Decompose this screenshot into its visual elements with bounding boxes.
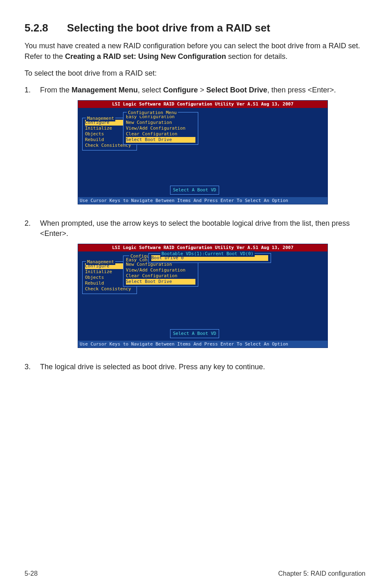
page-footer: 5-28 Chapter 5: RAID configuration [25, 569, 365, 578]
menu-item-view-add-configuration[interactable]: View/Add Configuration [126, 126, 195, 131]
section-heading: 5.2.8Selecting the boot drive from a RAI… [25, 20, 365, 35]
step-number: 1. [25, 85, 40, 213]
step-2: 2. When prompted, use the arrow keys to … [25, 218, 365, 357]
management-menu-title: Management [86, 115, 115, 121]
terminal-body: Management Configure Initialize Objects … [78, 251, 327, 341]
terminal-body: Management Configure Initialize Objects … [78, 108, 327, 197]
bootable-vds-panel: Bootable VDs(1):Current Boot VD(0) Boot … [148, 253, 271, 263]
menu-item-check-consistency[interactable]: Check Consistency [85, 286, 134, 292]
section-number: 5.2.8 [25, 20, 48, 35]
menu-item-clear-configuration[interactable]: Clear Configuration [126, 131, 195, 137]
menu-item-select-boot-drive[interactable]: Select Boot Drive [126, 137, 195, 143]
menu-path-2: Select Boot Drive [206, 86, 267, 94]
step-body: The logical drive is selected as boot dr… [40, 362, 365, 372]
step-body: From the Management Menu, select Configu… [40, 85, 365, 213]
menu-path-1: Configure [163, 86, 198, 94]
intro-text-post: section for details. [226, 52, 287, 61]
page-number: 5-28 [25, 569, 38, 578]
menu-name: Management Menu [72, 86, 138, 94]
configuration-menu-title: Configuration Menu [127, 110, 178, 116]
step-3: 3. The logical drive is selected as boot… [25, 362, 365, 372]
page: 5.2.8Selecting the boot drive from a RAI… [0, 0, 390, 588]
menu-item-clear-configuration[interactable]: Clear Configuration [126, 273, 195, 279]
steps-list: 1. From the Management Menu, select Conf… [25, 85, 365, 372]
intro-paragraph-2: To select the boot drive from a RAID set… [25, 68, 365, 79]
terminal-footer: Use Cursor Keys to Navigate Between Item… [78, 197, 327, 204]
terminal-footer: Use Cursor Keys to Navigate Between Item… [78, 341, 327, 348]
bootable-vds-title: Bootable VDs(1):Current Boot VD(0) [160, 251, 255, 257]
terminal-title: LSI Logic Software RAID Configuration Ut… [78, 101, 327, 108]
terminal-screenshot-2: LSI Logic Software RAID Configuration Ut… [78, 244, 328, 348]
intro-bold: Creating a RAID set: Using New Configura… [65, 52, 226, 61]
menu-item-new-configuration[interactable]: New Configuration [126, 120, 195, 126]
terminal-screenshot-1: LSI Logic Software RAID Configuration Ut… [78, 100, 328, 204]
step-body: When prompted, use the arrow keys to sel… [40, 218, 365, 357]
step-number: 2. [25, 218, 40, 357]
management-menu-title: Management [86, 259, 115, 265]
step-1: 1. From the Management Menu, select Conf… [25, 85, 365, 213]
step-text: , select [138, 86, 163, 94]
hint-select-boot-vd: Select A Boot VD [170, 186, 219, 194]
configuration-menu-panel: Configuration Menu Easy Configuration Ne… [123, 112, 198, 145]
hint-select-boot-vd: Select A Boot VD [170, 329, 219, 338]
section-title: Selecting the boot drive from a RAID set [67, 22, 270, 34]
chapter-label: Chapter 5: RAID configuration [278, 569, 365, 578]
menu-item-view-add-configuration[interactable]: View/Add Configuration [126, 267, 195, 273]
menu-item-select-boot-drive[interactable]: Select Boot Drive [126, 279, 195, 285]
step-text: , then press <Enter>. [267, 86, 336, 94]
step-number: 3. [25, 362, 40, 372]
intro-paragraph-1: You must have created a new RAID configu… [25, 41, 365, 61]
step-text: > [198, 86, 206, 94]
step-text: From the [40, 86, 72, 94]
step-text: When prompted, use the arrow keys to sel… [40, 219, 350, 238]
menu-item-easy-trunc: Easy Con [126, 257, 148, 263]
